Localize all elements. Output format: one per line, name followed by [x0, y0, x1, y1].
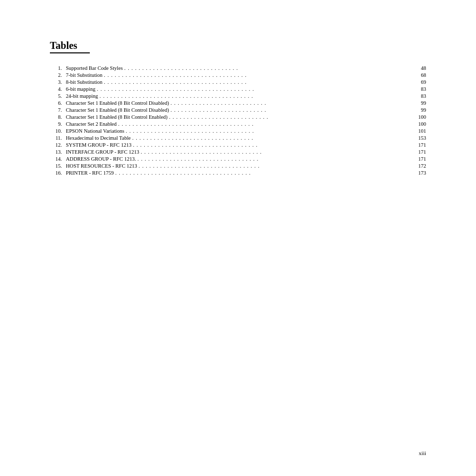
toc-entry-label: Character Set 1 Enabled (8 Bit Control D… — [66, 100, 169, 106]
toc-entry-page: 172 — [411, 163, 426, 169]
toc-entry-label: INTERFACE GROUP - RFC 1213 — [66, 149, 139, 155]
toc-entry-label: Character Set 2 Enabled — [66, 121, 117, 127]
toc-entry: 3.8-bit Substitution. . . . . . . . . . … — [50, 79, 426, 85]
toc-entry-label: Hexadecimal to Decimal Table — [66, 135, 131, 141]
toc-entry: 2.7-bit Substitution. . . . . . . . . . … — [50, 72, 426, 78]
toc-entry-number: 7. — [50, 107, 66, 113]
toc-entry-number: 6. — [50, 100, 66, 106]
toc-entry-dots: . . . . . . . . . . . . . . . . . . . . … — [141, 149, 410, 155]
toc-entry-number: 8. — [50, 114, 66, 120]
toc-entry-page: 48 — [411, 65, 426, 71]
toc-entry-page: 153 — [411, 135, 426, 141]
toc-entry-dots: . . . . . . . . . . . . . . . . . . . . … — [171, 100, 410, 106]
toc-entry-label: Supported Bar Code Styles — [66, 65, 123, 71]
toc-entry-dots: . . . . . . . . . . . . . . . . . . . . … — [115, 170, 410, 176]
toc-entry: 16.PRINTER - RFC 1759. . . . . . . . . .… — [50, 170, 426, 176]
toc-entry-number: 9. — [50, 121, 66, 127]
toc-entry-page: 171 — [411, 149, 426, 155]
toc-entry-dots: . . . . . . . . . . . . . . . . . . . . … — [124, 65, 410, 71]
toc-entry-dots: . . . . . . . . . . . . . . . . . . . . … — [171, 107, 410, 113]
toc-entry: 9.Character Set 2 Enabled. . . . . . . .… — [50, 121, 426, 127]
toc-entry-label: 6-bit mapping — [66, 86, 95, 92]
toc-entry-page: 100 — [411, 114, 426, 120]
toc-entry-dots: . . . . . . . . . . . . . . . . . . . . … — [138, 156, 410, 162]
toc-entry-label: HOST RESOURCES - RFC 1213 — [66, 163, 137, 169]
toc-entry-dots: . . . . . . . . . . . . . . . . . . . . … — [104, 79, 410, 85]
toc-entry: 1.Supported Bar Code Styles. . . . . . .… — [50, 65, 426, 71]
page-title: Tables — [50, 40, 90, 53]
footer-page-number: xiii — [419, 450, 426, 456]
toc-entry: 5.24-bit mapping. . . . . . . . . . . . … — [50, 93, 426, 99]
toc-entry: 8.Character Set 1 Enabled (8 Bit Control… — [50, 114, 426, 120]
toc-entry-dots: . . . . . . . . . . . . . . . . . . . . … — [104, 72, 410, 78]
toc-entry-label: Character Set 1 Enabled (8 Bit Control D… — [66, 107, 169, 113]
toc-entry-label: SYSTEM GROUP - RFC 1213 — [66, 142, 131, 148]
toc-entry-number: 16. — [50, 170, 66, 176]
toc-entry-number: 13. — [50, 149, 66, 155]
toc-entry-number: 3. — [50, 79, 66, 85]
toc-entry-number: 11. — [50, 135, 66, 141]
toc-entry-number: 14. — [50, 156, 66, 162]
toc-entry-dots: . . . . . . . . . . . . . . . . . . . . … — [133, 142, 410, 148]
toc-entry-dots: . . . . . . . . . . . . . . . . . . . . … — [169, 114, 410, 120]
toc-entry: 11.Hexadecimal to Decimal Table. . . . .… — [50, 135, 426, 141]
toc-entry-page: 171 — [411, 156, 426, 162]
toc-entry-dots: . . . . . . . . . . . . . . . . . . . . … — [97, 86, 410, 92]
toc-entry-label: 7-bit Substitution — [66, 72, 102, 78]
toc-table: 1.Supported Bar Code Styles. . . . . . .… — [50, 65, 426, 176]
toc-entry-page: 171 — [411, 142, 426, 148]
toc-entry-page: 99 — [411, 107, 426, 113]
toc-entry: 10.EPSON National Variations. . . . . . … — [50, 128, 426, 134]
toc-entry-page: 83 — [411, 86, 426, 92]
toc-entry-number: 2. — [50, 72, 66, 78]
toc-entry-dots: . . . . . . . . . . . . . . . . . . . . … — [126, 128, 410, 134]
toc-entry: 7.Character Set 1 Enabled (8 Bit Control… — [50, 107, 426, 113]
toc-entry-page: 68 — [411, 72, 426, 78]
toc-entry-label: 8-bit Substitution — [66, 79, 102, 85]
toc-entry-dots: . . . . . . . . . . . . . . . . . . . . … — [99, 93, 410, 99]
toc-entry-number: 12. — [50, 142, 66, 148]
toc-entry: 15.HOST RESOURCES - RFC 1213. . . . . . … — [50, 163, 426, 169]
toc-entry-number: 10. — [50, 128, 66, 134]
toc-entry-page: 99 — [411, 100, 426, 106]
toc-entry-label: PRINTER - RFC 1759 — [66, 170, 114, 176]
toc-entry-label: 24-bit mapping — [66, 93, 98, 99]
toc-entry-page: 101 — [411, 128, 426, 134]
toc-entry-page: 69 — [411, 79, 426, 85]
toc-entry-dots: . . . . . . . . . . . . . . . . . . . . … — [132, 135, 410, 141]
toc-entry: 4.6-bit mapping. . . . . . . . . . . . .… — [50, 86, 426, 92]
toc-entry-label: ADDRESS GROUP - RFC 1213. — [66, 156, 136, 162]
toc-entry-dots: . . . . . . . . . . . . . . . . . . . . … — [118, 121, 410, 127]
toc-entry-label: EPSON National Variations — [66, 128, 124, 134]
toc-entry: 14.ADDRESS GROUP - RFC 1213.. . . . . . … — [50, 156, 426, 162]
toc-entry-number: 4. — [50, 86, 66, 92]
toc-entry-dots: . . . . . . . . . . . . . . . . . . . . … — [139, 163, 410, 169]
toc-entry: 12.SYSTEM GROUP - RFC 1213. . . . . . . … — [50, 142, 426, 148]
toc-entry-number: 15. — [50, 163, 66, 169]
toc-entry-page: 83 — [411, 93, 426, 99]
toc-entry-number: 1. — [50, 65, 66, 71]
toc-entry-label: Character Set 1 Enabled (8 Bit Control E… — [66, 114, 168, 120]
toc-entry-page: 173 — [411, 170, 426, 176]
toc-entry: 13.INTERFACE GROUP - RFC 1213. . . . . .… — [50, 149, 426, 155]
toc-entry-page: 100 — [411, 121, 426, 127]
page: Tables 1.Supported Bar Code Styles. . . … — [0, 0, 476, 476]
toc-entry-number: 5. — [50, 93, 66, 99]
toc-entry: 6.Character Set 1 Enabled (8 Bit Control… — [50, 100, 426, 106]
